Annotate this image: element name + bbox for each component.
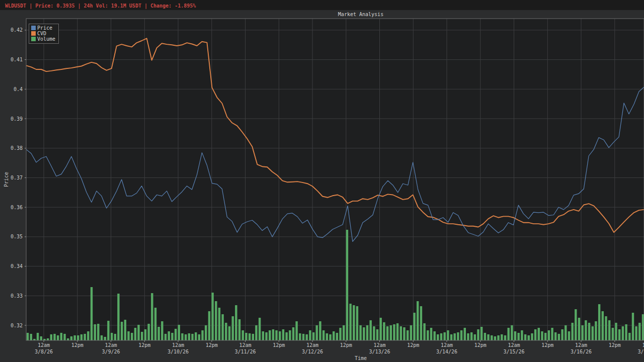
svg-text:0.39: 0.39 — [11, 116, 23, 122]
svg-text:0.41: 0.41 — [11, 57, 23, 62]
svg-text:12am: 12am — [105, 342, 117, 348]
y-axis-label: Price — [4, 172, 9, 187]
market-analysis-window: WLDUSDT | Price: 0.3935 | 24h Vol: 19.1M… — [0, 0, 644, 362]
svg-text:3/12/26: 3/12/26 — [302, 349, 323, 354]
svg-text:12am: 12am — [172, 342, 184, 348]
svg-text:0.33: 0.33 — [11, 293, 23, 299]
svg-text:3/11/26: 3/11/26 — [234, 349, 256, 354]
plot-area — [26, 19, 644, 340]
svg-text:12pm: 12pm — [273, 342, 285, 348]
chart-title: Market Analysis — [210, 12, 512, 17]
svg-text:12pm: 12pm — [474, 342, 487, 348]
legend-swatch-cvd — [31, 31, 36, 36]
svg-text:12pm: 12pm — [340, 342, 352, 348]
svg-text:3/10/26: 3/10/26 — [168, 349, 189, 354]
svg-text:12pm: 12pm — [206, 342, 218, 348]
svg-text:12pm: 12pm — [407, 342, 419, 348]
legend-swatch-price — [31, 26, 36, 30]
legend-label: CVD — [37, 31, 46, 36]
svg-text:12am: 12am — [575, 342, 587, 348]
legend-label: Price — [37, 25, 52, 31]
svg-text:3/9/26: 3/9/26 — [102, 349, 120, 354]
x-tick-labels: 12am3/8/2612pm12am3/9/2612pm12am3/10/261… — [35, 342, 644, 354]
svg-text:3/16/26: 3/16/26 — [571, 349, 592, 354]
svg-text:3/8/26: 3/8/26 — [35, 349, 53, 354]
svg-text:3/14/26: 3/14/26 — [436, 349, 457, 354]
svg-text:12am: 12am — [508, 342, 520, 348]
svg-text:12am: 12am — [373, 342, 385, 348]
svg-text:0.36: 0.36 — [11, 205, 23, 210]
svg-text:12pm: 12pm — [138, 342, 150, 348]
svg-text:0.42: 0.42 — [11, 27, 23, 33]
svg-text:12am: 12am — [38, 342, 50, 348]
svg-text:12am: 12am — [642, 342, 644, 348]
svg-text:0.35: 0.35 — [11, 234, 23, 239]
legend-label: Volume — [37, 36, 55, 42]
chart-legend: PriceCVDVolume — [29, 24, 59, 44]
svg-text:12pm: 12pm — [71, 342, 84, 348]
svg-text:0.32: 0.32 — [11, 323, 23, 328]
svg-text:0.34: 0.34 — [11, 263, 23, 269]
legend-item-price: Price — [31, 25, 55, 31]
legend-swatch-volume — [31, 37, 36, 41]
chart-canvas: 0.320.330.340.350.360.370.380.390.40.410… — [0, 0, 644, 362]
x-axis-label: Time — [355, 355, 367, 361]
svg-text:0.38: 0.38 — [11, 145, 23, 151]
svg-text:12am: 12am — [306, 342, 318, 348]
svg-text:12am: 12am — [441, 342, 453, 348]
svg-text:12pm: 12pm — [609, 342, 621, 348]
svg-text:12pm: 12pm — [541, 342, 553, 348]
svg-text:3/17/26: 3/17/26 — [637, 349, 644, 354]
svg-text:3/13/26: 3/13/26 — [369, 349, 390, 354]
legend-item-cvd: CVD — [31, 31, 55, 36]
svg-text:0.4: 0.4 — [14, 86, 23, 92]
y-tick-labels: 0.320.330.340.350.360.370.380.390.40.410… — [11, 27, 23, 328]
legend-item-volume: Volume — [31, 36, 55, 42]
svg-text:12am: 12am — [239, 342, 251, 348]
svg-text:0.37: 0.37 — [11, 175, 23, 180]
svg-text:3/15/26: 3/15/26 — [503, 349, 524, 354]
